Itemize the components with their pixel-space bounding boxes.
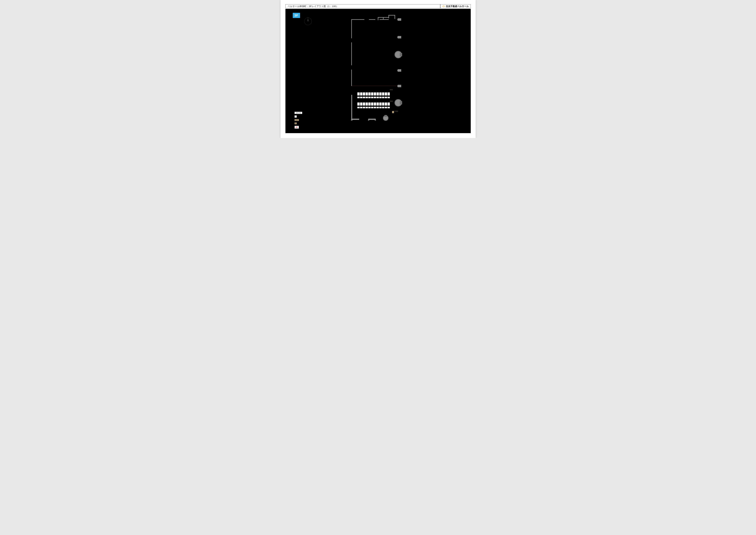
desk bbox=[371, 93, 373, 98]
legend-table-swatch: 1800×450 bbox=[295, 112, 302, 114]
bench-mid-f2 bbox=[375, 120, 376, 121]
desk bbox=[388, 93, 390, 98]
desk bbox=[385, 102, 387, 108]
legend-av-swatch: AV bbox=[295, 126, 299, 128]
brand-logo-icon bbox=[442, 5, 445, 7]
legend-table: 1800×450 bbox=[295, 112, 311, 114]
column-4 bbox=[397, 85, 401, 87]
svg-marker-3 bbox=[307, 18, 309, 22]
brand-label: 住友不動産ベルサール bbox=[446, 5, 469, 8]
legend-chair bbox=[295, 115, 311, 118]
legend-av: AV bbox=[295, 126, 311, 128]
legend-panel-swatch: W900 bbox=[295, 119, 299, 121]
legend: 1800×450 W900 看 AV bbox=[295, 110, 311, 128]
wall-top-1 bbox=[351, 19, 364, 20]
floor-badge: 3F bbox=[293, 13, 300, 18]
desk bbox=[357, 102, 360, 108]
column-1 bbox=[397, 18, 401, 21]
desk bbox=[382, 93, 384, 98]
dim-label-1: 650 bbox=[390, 89, 393, 91]
floor-bar-left bbox=[351, 95, 352, 120]
desk bbox=[360, 102, 363, 108]
bench-mid bbox=[368, 119, 376, 120]
floor-step-left-foot bbox=[351, 120, 352, 121]
desk bbox=[363, 93, 365, 98]
desk bbox=[368, 93, 371, 98]
dim-label-3: 2,200 bbox=[393, 110, 398, 112]
desk bbox=[374, 102, 376, 108]
column-2 bbox=[397, 36, 401, 39]
wall-left-1 bbox=[351, 19, 352, 38]
legend-sign-swatch: 看 bbox=[295, 123, 297, 124]
desk bbox=[377, 93, 379, 98]
compass-icon: N bbox=[304, 17, 312, 26]
wall-top-room-g bbox=[383, 17, 384, 19]
wall-top-room-d bbox=[389, 15, 395, 15]
console-footer bbox=[383, 115, 389, 121]
desk bbox=[365, 93, 368, 98]
sign-chip bbox=[392, 111, 394, 113]
desk bbox=[388, 102, 390, 108]
desk-row-2 bbox=[357, 102, 390, 108]
page-title: ベルサール神保町：3Fレイアウト図（1：100） bbox=[285, 4, 440, 8]
desk bbox=[385, 93, 387, 98]
console-right-upper bbox=[394, 51, 402, 58]
desk bbox=[374, 93, 376, 98]
desk bbox=[379, 102, 382, 108]
desk bbox=[357, 93, 360, 98]
wall-left-2 bbox=[351, 42, 352, 65]
floorplan-canvas: 3F N bbox=[285, 9, 471, 133]
guideline-red bbox=[352, 86, 397, 86]
legend-sign: 看 bbox=[295, 123, 311, 124]
desk bbox=[365, 102, 368, 108]
legend-panel: W900 bbox=[295, 119, 311, 121]
wall-left-3 bbox=[351, 70, 352, 86]
desk-row-1 bbox=[357, 93, 390, 98]
desk bbox=[379, 93, 382, 98]
svg-text:N: N bbox=[308, 17, 309, 18]
wall-top-room-f bbox=[380, 19, 389, 20]
desk bbox=[368, 102, 371, 108]
legend-chair-swatch bbox=[295, 115, 297, 118]
desk bbox=[360, 93, 363, 98]
bench-mid-f1 bbox=[368, 120, 369, 121]
wall-top-room-e bbox=[394, 15, 395, 19]
desk bbox=[363, 102, 365, 108]
desk bbox=[371, 102, 373, 108]
column-3 bbox=[397, 69, 401, 72]
page: ベルサール神保町：3Fレイアウト図（1：100） 住友不動産ベルサール 3F N bbox=[281, 0, 475, 138]
brand-box: 住友不動産ベルサール bbox=[440, 4, 471, 8]
desk bbox=[382, 102, 384, 108]
dim-label-2: 650 bbox=[390, 100, 393, 102]
wall-top-2 bbox=[369, 19, 375, 20]
titlebar: ベルサール神保町：3Fレイアウト図（1：100） 住友不動産ベルサール bbox=[285, 4, 471, 8]
desk bbox=[377, 102, 379, 108]
console-right-lower bbox=[394, 99, 402, 106]
